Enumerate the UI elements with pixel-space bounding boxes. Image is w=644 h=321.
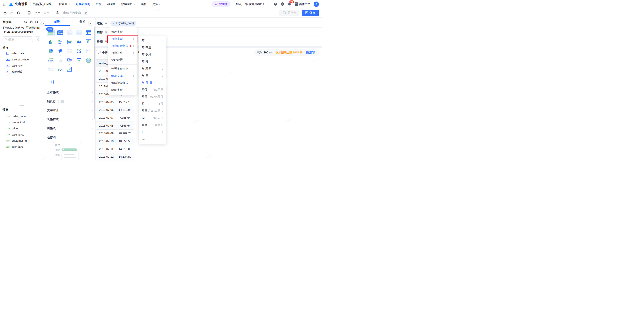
kpi-card-icon[interactable]: 2,312 bbox=[65, 56, 74, 65]
pie-chart-icon[interactable] bbox=[46, 46, 56, 56]
date-type-option[interactable]: 日 5日 bbox=[139, 128, 166, 136]
recommended-table-icon[interactable]: 推荐 bbox=[46, 28, 56, 37]
alert-button[interactable] bbox=[43, 11, 49, 15]
help-button[interactable]: ? bbox=[280, 2, 284, 6]
download-button[interactable] bbox=[34, 11, 40, 15]
style-section-header[interactable]: 文字对齐 bbox=[44, 106, 95, 115]
date-type-option[interactable]: 双周 第11-12周 bbox=[139, 107, 166, 114]
dimension-field[interactable]: 动态维度 bbox=[0, 69, 44, 75]
date-type-option[interactable]: 年-月 bbox=[139, 58, 166, 65]
date-type-option[interactable]: 周 第5周 bbox=[139, 114, 166, 122]
date-type-option[interactable]: 月 5月 bbox=[139, 100, 166, 107]
waterfall-chart-icon[interactable] bbox=[65, 65, 74, 74]
date-type-option[interactable]: 年-双月 bbox=[139, 51, 166, 58]
table-row[interactable]: 2013-07-12 14,134.80 bbox=[96, 153, 134, 160]
nav-menu-item[interactable]: AI洞察 bbox=[107, 2, 116, 6]
panel-splitter[interactable] bbox=[0, 105, 44, 105]
context-menu-item[interactable]: 隐藏字段 bbox=[108, 86, 137, 94]
context-menu-item[interactable]: 设置字段信息 bbox=[108, 66, 137, 72]
area-chart-icon[interactable] bbox=[74, 37, 84, 46]
agent-button[interactable]: 智能体 bbox=[212, 1, 230, 7]
date-type-option[interactable]: 年-双周 bbox=[139, 65, 166, 72]
date-type-option[interactable]: 季度 第2季度 bbox=[139, 86, 166, 93]
pivot-table-icon[interactable] bbox=[65, 46, 74, 56]
date-type-option[interactable]: 无 bbox=[139, 136, 166, 142]
bar-chart-icon[interactable] bbox=[46, 37, 56, 46]
metrics-gear-icon[interactable] bbox=[104, 31, 108, 34]
brand-name[interactable]: 火山引擎 bbox=[15, 2, 28, 6]
date-type-option[interactable]: 年 bbox=[139, 37, 166, 44]
table-row[interactable]: 2013-07-05 15,012.18 bbox=[96, 98, 134, 106]
nav-menu-item[interactable]: 可视化查询 bbox=[76, 2, 90, 6]
table-row[interactable]: 2013-07-07 7,855.64 bbox=[96, 114, 134, 122]
context-menu-item[interactable]: 日期补全 bbox=[108, 50, 137, 56]
line-chart-icon[interactable] bbox=[65, 37, 74, 46]
undo-button[interactable] bbox=[3, 11, 7, 15]
nav-menu-item[interactable]: 画板 bbox=[141, 2, 146, 6]
metric-field[interactable]: 12.3 price bbox=[0, 126, 44, 132]
line-bar-combo-icon[interactable] bbox=[74, 46, 84, 56]
notifications-button[interactable]: 78 bbox=[288, 2, 291, 6]
style-section-header[interactable]: 翻页器 bbox=[44, 97, 95, 106]
gauge-chart-icon[interactable] bbox=[56, 65, 65, 74]
pager-toggle[interactable] bbox=[58, 100, 64, 103]
layers-icon[interactable] bbox=[24, 20, 28, 24]
context-menu-item[interactable]: 钻取设置 bbox=[108, 56, 137, 64]
save-as-button[interactable]: 另存为 bbox=[280, 10, 300, 16]
panel-scrollbar[interactable] bbox=[94, 27, 95, 119]
dimension-field[interactable]: sale_province bbox=[0, 56, 44, 62]
style-section-header[interactable]: 迷你图 bbox=[44, 133, 95, 142]
console-button[interactable] bbox=[274, 2, 277, 6]
language-switcher[interactable]: 中 简体中文 bbox=[294, 2, 310, 6]
table-row[interactable]: 2013-07-06 14,313.08 bbox=[96, 106, 134, 114]
radar-chart-icon[interactable] bbox=[84, 56, 93, 65]
apps-grid-icon[interactable] bbox=[3, 2, 6, 6]
sankey-chart-icon[interactable] bbox=[46, 65, 56, 74]
metric-field[interactable]: 12.3 sale_price bbox=[0, 132, 44, 138]
table-row[interactable]: 2013-07-11 14,313.08 bbox=[96, 145, 134, 153]
horizontal-bar-icon[interactable] bbox=[56, 37, 65, 46]
dimension-field[interactable]: order_date bbox=[0, 50, 44, 56]
table-row[interactable]: 2013-07-08 7,855.64 bbox=[96, 122, 134, 130]
field-search-box[interactable] bbox=[3, 36, 33, 42]
histogram-icon[interactable] bbox=[56, 56, 65, 65]
fullscreen-button[interactable]: 全屏 bbox=[96, 50, 110, 56]
date-type-option[interactable]: 双月 03-04双月 bbox=[139, 93, 166, 100]
funnel-chart-icon[interactable] bbox=[74, 56, 84, 65]
collapse-dataset-panel-button[interactable] bbox=[41, 21, 46, 26]
context-menu-item[interactable]: 编辑视觉样式 bbox=[108, 80, 137, 86]
metric-field[interactable]: 123 customer_id bbox=[0, 138, 44, 144]
style-section-header[interactable]: 网格线 bbox=[44, 124, 95, 133]
metric-field[interactable]: 123 order_count bbox=[0, 113, 44, 119]
nav-menu-item[interactable]: 仪表盘 bbox=[59, 2, 70, 6]
style-section-header[interactable]: 表格样式 bbox=[44, 115, 95, 124]
filters-gear-icon[interactable] bbox=[104, 40, 108, 43]
word-cloud-icon[interactable]: Word Cloud Word Cloud bbox=[46, 56, 56, 65]
have-question-link[interactable]: 有疑问? bbox=[306, 51, 316, 54]
dimension-pill-order-date[interactable]: 日(order_date) bbox=[110, 21, 136, 26]
data-table-icon[interactable] bbox=[84, 28, 93, 37]
field-search-input[interactable] bbox=[8, 38, 31, 41]
dimension-field[interactable]: sale_city bbox=[0, 62, 44, 69]
context-menu-item[interactable]: 日期类型 bbox=[108, 36, 137, 42]
table-row[interactable]: 2013-07-09 20,909.78 bbox=[96, 130, 134, 138]
refresh-button[interactable] bbox=[17, 11, 20, 15]
duplicate-icon[interactable] bbox=[30, 20, 33, 24]
row-limit-link[interactable]: 展示图表上限 1000 条 bbox=[276, 51, 302, 54]
metric-field[interactable]: 123 动态指标 bbox=[0, 144, 44, 150]
map-chart-icon[interactable] bbox=[56, 46, 65, 56]
splitter-drag-handle[interactable] bbox=[20, 105, 24, 106]
nav-menu-item[interactable]: 数据准备 bbox=[121, 2, 135, 6]
export-dataset-icon[interactable] bbox=[35, 20, 38, 24]
line-preview-icon[interactable] bbox=[65, 28, 74, 37]
product-name[interactable]: 智能数据洞察 bbox=[33, 2, 52, 6]
more-kebab-icon[interactable] bbox=[40, 20, 41, 24]
context-menu-item[interactable]: 解析文本 bbox=[108, 72, 137, 80]
sql-button[interactable]: SQL bbox=[27, 11, 31, 15]
table-row[interactable]: 2013-07-10 10,556.53 bbox=[96, 137, 134, 145]
date-type-option[interactable]: 年-周 bbox=[139, 72, 166, 79]
avatar[interactable]: A bbox=[314, 2, 319, 7]
okr-icon[interactable]: OKR bbox=[74, 28, 84, 37]
add-chart-type-button[interactable]: + bbox=[49, 80, 54, 84]
table-icon[interactable] bbox=[56, 28, 65, 37]
